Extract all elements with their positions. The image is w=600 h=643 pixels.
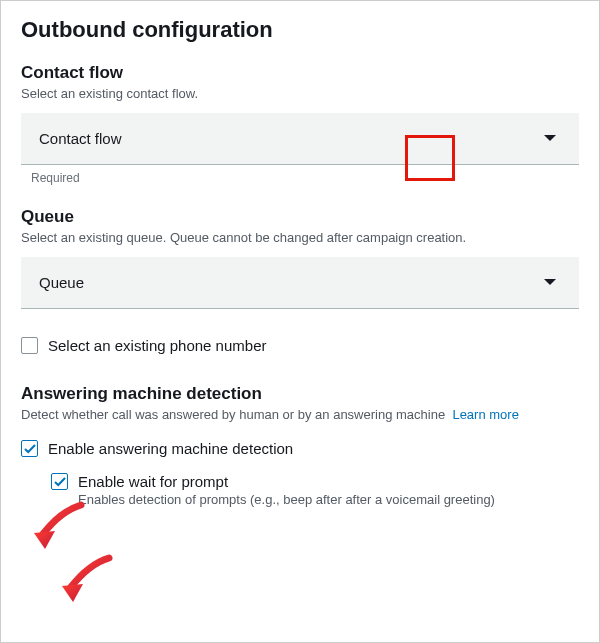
- phone-number-section: Select an existing phone number: [21, 337, 579, 354]
- contact-flow-select[interactable]: Contact flow: [21, 113, 579, 165]
- enable-wait-checkbox[interactable]: [51, 473, 68, 490]
- contact-flow-title: Contact flow: [21, 63, 579, 83]
- queue-select[interactable]: Queue: [21, 257, 579, 309]
- queue-select-label: Queue: [39, 274, 84, 291]
- queue-desc: Select an existing queue. Queue cannot b…: [21, 230, 579, 245]
- enable-amd-checkbox[interactable]: [21, 440, 38, 457]
- chevron-down-icon: [543, 134, 557, 143]
- amd-title: Answering machine detection: [21, 384, 579, 404]
- amd-desc: Detect whether call was answered by huma…: [21, 407, 445, 422]
- page-title: Outbound configuration: [21, 17, 579, 43]
- learn-more-link[interactable]: Learn more: [452, 407, 518, 422]
- annotation-arrow-icon: [59, 554, 114, 604]
- enable-wait-label: Enable wait for prompt: [78, 473, 228, 490]
- chevron-down-icon: [543, 278, 557, 287]
- amd-desc-row: Detect whether call was answered by huma…: [21, 407, 579, 422]
- queue-title: Queue: [21, 207, 579, 227]
- queue-section: Queue Select an existing queue. Queue ca…: [21, 207, 579, 309]
- contact-flow-desc: Select an existing contact flow.: [21, 86, 579, 101]
- contact-flow-select-label: Contact flow: [39, 130, 122, 147]
- enable-amd-label: Enable answering machine detection: [48, 440, 293, 457]
- contact-flow-section: Contact flow Select an existing contact …: [21, 63, 579, 185]
- amd-section: Answering machine detection Detect wheth…: [21, 384, 579, 507]
- enable-wait-desc: Enables detection of prompts (e.g., beep…: [78, 492, 579, 507]
- phone-number-checkbox[interactable]: [21, 337, 38, 354]
- contact-flow-hint: Required: [31, 171, 579, 185]
- annotation-arrow-icon: [31, 501, 86, 551]
- phone-number-label: Select an existing phone number: [48, 337, 266, 354]
